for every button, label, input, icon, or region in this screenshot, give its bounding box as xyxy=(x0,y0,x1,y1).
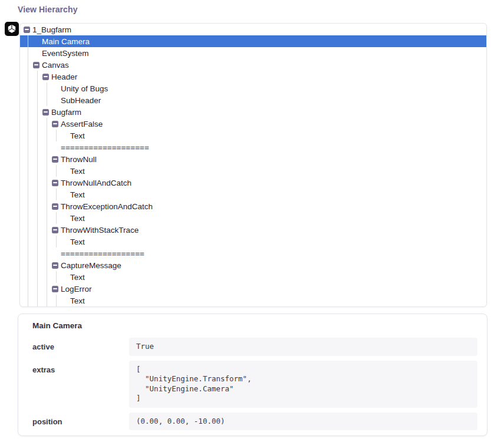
hierarchy-tree: 1_BugfarmMain CameraEventSystemCanvasHea… xyxy=(20,24,486,306)
detail-label: position xyxy=(28,413,129,426)
detail-label: extras xyxy=(28,361,129,374)
tree-node[interactable]: ThrowWithStackTrace xyxy=(20,224,486,236)
tree-node[interactable]: EventSystem xyxy=(20,47,486,59)
tree-node-label: Bugfarm xyxy=(51,108,81,117)
detail-label: active xyxy=(28,338,129,351)
tree-node-label: EventSystem xyxy=(42,49,89,58)
details-panel: Main Camera activeTrueextras[ "UnityEngi… xyxy=(18,314,487,436)
collapse-minus-icon[interactable] xyxy=(52,286,58,292)
collapse-minus-icon[interactable] xyxy=(52,156,58,163)
tree-node[interactable]: LogError xyxy=(20,283,486,295)
indent-spacer xyxy=(61,218,70,219)
tree-node-label: Text xyxy=(70,167,85,176)
tree-node[interactable]: Text xyxy=(20,236,486,248)
tree-node[interactable]: =================== xyxy=(20,141,486,153)
page-title: View Hierarchy xyxy=(18,5,78,14)
indent-spacer xyxy=(52,253,61,254)
tree-node[interactable]: Text xyxy=(20,212,486,224)
tree-node-label: ThrowNull xyxy=(61,155,97,164)
tree-node[interactable]: ================== xyxy=(20,248,486,259)
indent-spacer xyxy=(61,194,70,195)
tree-node-label: AssertFalse xyxy=(61,120,103,128)
collapse-minus-icon[interactable] xyxy=(52,203,58,210)
tree-node[interactable]: Bugfarm xyxy=(20,106,486,118)
tree-node-label: Text xyxy=(70,190,85,199)
detail-value: [ "UnityEngine.Transform", "UnityEngine.… xyxy=(129,361,477,408)
indent-spacer xyxy=(52,88,61,89)
tree-node[interactable]: Header xyxy=(20,71,486,83)
detail-row-active: activeTrue xyxy=(28,338,477,356)
tree-node[interactable]: AssertFalse xyxy=(20,118,486,130)
tree-node[interactable]: Unity of Bugs xyxy=(20,83,486,94)
indent-spacer xyxy=(61,242,70,242)
tree-node[interactable]: 1_Bugfarm xyxy=(20,24,486,35)
tree-node-label: Unity of Bugs xyxy=(61,84,108,93)
tree-node[interactable]: SubHeader xyxy=(20,94,486,106)
detail-value: True xyxy=(129,338,477,356)
tree-node[interactable]: ThrowExceptionAndCatch xyxy=(20,200,486,212)
collapse-minus-icon[interactable] xyxy=(52,262,58,269)
collapse-minus-icon[interactable] xyxy=(24,27,30,33)
tree-node-label: ThrowNullAndCatch xyxy=(61,179,131,187)
tree-node-label: Text xyxy=(70,296,85,305)
detail-row-extras: extras[ "UnityEngine.Transform", "UnityE… xyxy=(28,361,477,408)
collapse-minus-icon[interactable] xyxy=(52,121,58,127)
tree-node[interactable]: CaptureMessage xyxy=(20,259,486,271)
indent-spacer xyxy=(52,100,61,101)
collapse-minus-icon[interactable] xyxy=(52,180,58,186)
tree-node-label: ThrowWithStackTrace xyxy=(61,226,139,235)
tree-node-label: ================== xyxy=(61,249,144,258)
tree-node[interactable]: ThrowNullAndCatch xyxy=(20,177,486,189)
indent-spacer xyxy=(33,53,42,54)
tree-node[interactable]: ThrowNull xyxy=(20,153,486,165)
tree-node[interactable]: Text xyxy=(20,130,486,141)
collapse-minus-icon[interactable] xyxy=(52,227,58,233)
tree-node[interactable]: Text xyxy=(20,189,486,200)
hierarchy-panel: 1_BugfarmMain CameraEventSystemCanvasHea… xyxy=(19,23,487,307)
tree-node-label: CaptureMessage xyxy=(61,261,121,270)
tree-node-label: LogError xyxy=(61,285,92,293)
tree-node[interactable]: Text xyxy=(20,165,486,177)
tree-node[interactable]: Canvas xyxy=(20,59,486,71)
indent-spacer xyxy=(61,301,70,301)
indent-spacer xyxy=(61,277,70,278)
tree-node-label: ThrowExceptionAndCatch xyxy=(61,202,153,211)
tree-node-label: =================== xyxy=(61,143,149,152)
collapse-minus-icon[interactable] xyxy=(42,74,49,80)
unity-cube-glyph xyxy=(6,24,17,34)
tree-node-label: Text xyxy=(70,214,85,223)
tree-node-label: Main Camera xyxy=(42,37,90,46)
tree-node[interactable]: Text xyxy=(20,295,486,306)
indent-spacer xyxy=(52,147,61,148)
tree-node-selected[interactable]: Main Camera xyxy=(20,35,486,47)
collapse-minus-icon[interactable] xyxy=(42,109,49,116)
details-title: Main Camera xyxy=(28,321,477,330)
tree-node-label: Header xyxy=(51,72,77,81)
tree-node-label: Text xyxy=(70,273,85,282)
collapse-minus-icon[interactable] xyxy=(33,62,39,68)
tree-node[interactable]: Text xyxy=(20,271,486,283)
detail-row-position: position(0.00, 0.00, -10.00) xyxy=(28,413,477,431)
tree-node-label: 1_Bugfarm xyxy=(32,25,71,34)
indent-spacer xyxy=(33,41,42,42)
indent-spacer xyxy=(61,171,70,171)
unity-logo-icon xyxy=(5,22,19,36)
indent-spacer xyxy=(61,136,70,136)
details-rows: activeTrueextras[ "UnityEngine.Transform… xyxy=(28,338,477,430)
tree-node-label: SubHeader xyxy=(61,96,101,105)
tree-node-label: Canvas xyxy=(42,61,69,70)
detail-value: (0.00, 0.00, -10.00) xyxy=(129,413,477,431)
tree-node-label: Text xyxy=(70,238,85,246)
tree-node-label: Text xyxy=(70,131,85,140)
